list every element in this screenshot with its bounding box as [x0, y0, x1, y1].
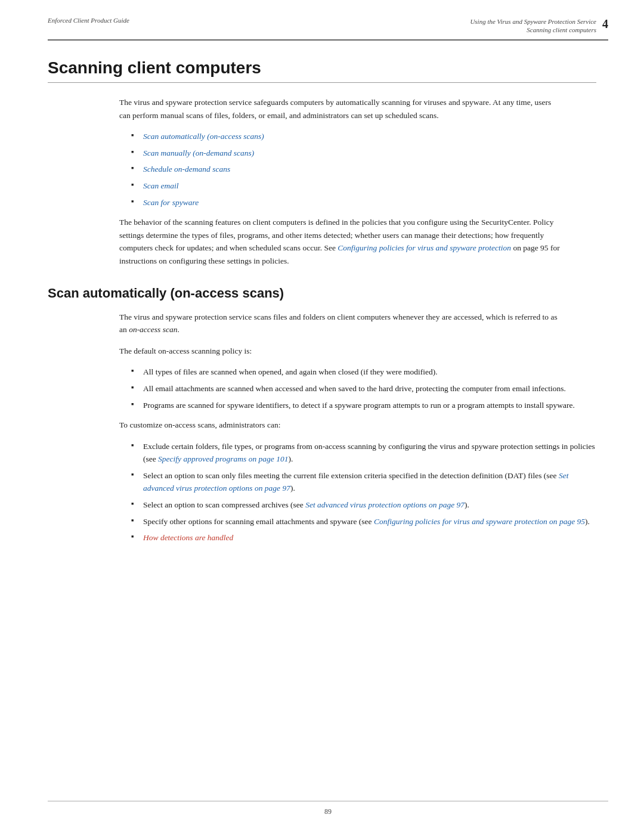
- section-para1: The virus and spyware protection service…: [119, 311, 561, 336]
- list-item: Exclude certain folders, file types, or …: [131, 440, 596, 466]
- link-configuring-policies-2-page[interactable]: on page 95: [547, 517, 585, 526]
- link-specify-approved[interactable]: Specify approved programs: [158, 454, 246, 463]
- section-title: Scan automatically (on-access scans): [48, 286, 596, 301]
- list-item: Schedule on-demand scans: [131, 163, 596, 176]
- customize-bullet-4-end: ).: [585, 517, 590, 526]
- link-scan-email[interactable]: Scan email: [143, 181, 179, 190]
- intro-para2-mid: on page 95: [511, 243, 549, 252]
- link-advanced-virus-1-page[interactable]: on page 97: [253, 484, 290, 493]
- intro-paragraph-1: The virus and spyware protection service…: [119, 96, 561, 122]
- customize-bullets-list: Exclude certain folders, file types, or …: [131, 440, 596, 544]
- customize-bullet-2-start: Select an option to scan only files meet…: [143, 471, 559, 480]
- link-scan-automatically[interactable]: Scan automatically (on-access scans): [143, 132, 264, 141]
- link-advanced-virus-2-page[interactable]: on page 97: [427, 500, 465, 509]
- link-advanced-virus-2[interactable]: Set advanced virus protection options: [305, 500, 426, 509]
- list-item: Select an option to scan only files meet…: [131, 469, 596, 495]
- header-right-text: Using the Virus and Spyware Protection S…: [470, 17, 596, 33]
- chapter-title: Scanning client computers: [48, 58, 596, 83]
- link-configuring-policies-2[interactable]: Configuring policies for virus and spywa…: [374, 517, 547, 526]
- link-scan-spyware[interactable]: Scan for spyware: [143, 198, 199, 207]
- main-content: Scanning client computers The virus and …: [0, 41, 644, 587]
- chapter-bullet-list: Scan automatically (on-access scans) Sca…: [131, 130, 596, 209]
- link-how-detections[interactable]: How detections are handled: [143, 533, 233, 542]
- section-para3: To customize on-access scans, administra…: [119, 419, 561, 432]
- list-item: Scan manually (on-demand scans): [131, 147, 596, 160]
- section-para2: The default on-access scanning policy is…: [119, 345, 561, 358]
- list-item-red: How detections are handled: [131, 531, 596, 544]
- list-item: Select an option to scan compressed arch…: [131, 498, 596, 512]
- list-item: Scan automatically (on-access scans): [131, 130, 596, 143]
- default-bullets-list: All types of files are scanned when open…: [131, 366, 596, 411]
- customize-bullet-4-start: Specify other options for scanning email…: [143, 517, 374, 526]
- link-scan-manually[interactable]: Scan manually (on-demand scans): [143, 148, 254, 157]
- list-item: All types of files are scanned when open…: [131, 366, 596, 379]
- link-schedule-scans[interactable]: Schedule on-demand scans: [143, 165, 230, 174]
- page: Enforced Client Product Guide Using the …: [0, 0, 644, 833]
- on-access-scan-term: on-access scan: [129, 325, 177, 334]
- page-footer: 89: [48, 801, 608, 816]
- footer-page-number: 89: [324, 807, 332, 816]
- customize-bullet-2-end: ).: [290, 484, 295, 493]
- list-item: Scan for spyware: [131, 196, 596, 209]
- header-subtitle: Scanning client computers: [470, 26, 596, 33]
- header-right: Using the Virus and Spyware Protection S…: [470, 17, 608, 33]
- link-configuring-policies[interactable]: Configuring policies for virus and spywa…: [338, 243, 511, 252]
- link-specify-approved-page[interactable]: on page 101: [246, 454, 288, 463]
- list-item: All email attachments are scanned when a…: [131, 382, 596, 395]
- list-item: Specify other options for scanning email…: [131, 515, 596, 528]
- list-item: Scan email: [131, 179, 596, 193]
- customize-bullet-3-end: ).: [465, 500, 469, 509]
- list-item: Programs are scanned for spyware identif…: [131, 399, 596, 412]
- header-title: Using the Virus and Spyware Protection S…: [470, 18, 596, 25]
- customize-bullet-1-end: ).: [288, 454, 293, 463]
- customize-bullet-3-start: Select an option to scan compressed arch…: [143, 500, 305, 509]
- header-left-text: Enforced Client Product Guide: [48, 17, 129, 24]
- page-header: Enforced Client Product Guide Using the …: [0, 0, 644, 39]
- intro-paragraph-2: The behavior of the scanning features on…: [119, 216, 561, 267]
- header-page-number: 4: [602, 17, 608, 30]
